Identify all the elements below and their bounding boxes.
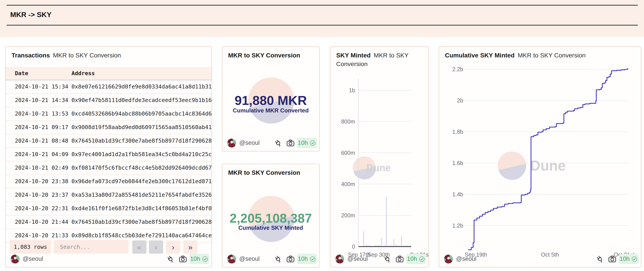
y-axis-tick: 1.4b — [452, 191, 463, 197]
cell-date: 2024-10-21 14:34 — [15, 97, 68, 103]
dashboard: MKR -> SKY TransactionsMKR to SKY Conver… — [0, 0, 644, 271]
cell-address: 0x9008d19f58aabd9ed0d60971565aa8510560ab… — [72, 124, 212, 130]
table-row[interactable]: 2024-10-20 21:440x764510ab1d39cf300e7abe… — [6, 216, 212, 229]
verified-check-icon — [631, 256, 638, 262]
avatar[interactable] — [335, 255, 344, 264]
plug-icon[interactable] — [274, 139, 282, 147]
y-axis-tick: 2b — [457, 97, 463, 104]
table-body: 2024-10-21 15:340x8e07e61216629d0fe9e8d0… — [6, 80, 212, 243]
author-handle[interactable]: @seoul — [456, 256, 476, 262]
author-handle[interactable]: @seoul — [347, 256, 368, 262]
author-handle[interactable]: @seoul — [239, 256, 260, 262]
column-header-date[interactable]: Date — [15, 70, 28, 76]
column-header-address[interactable]: Address — [72, 70, 95, 76]
table-row[interactable]: 2024-10-21 09:170x9008d19f58aabd9ed0d609… — [6, 121, 212, 134]
refresh-badge[interactable]: 10h — [619, 254, 639, 264]
bar-chart[interactable]: 1b800m600m400m200m0DuneSep 17thSep 30thO… — [330, 47, 429, 268]
bar[interactable] — [364, 231, 364, 247]
y-axis-tick: 1b — [349, 87, 355, 93]
panel-transactions: TransactionsMKR to SKY Conversion Date A… — [5, 46, 212, 268]
panel-title-main: Transactions — [12, 52, 50, 59]
bar[interactable] — [382, 238, 382, 247]
plug-icon[interactable] — [596, 255, 604, 263]
pagination-prev-button[interactable]: ‹ — [149, 240, 163, 254]
counter-label: Cumulative MKR Converted — [222, 107, 319, 114]
table-row[interactable]: 2024-10-21 02:490xf081470f5c6fbccf48cc4e… — [6, 161, 212, 175]
author-handle[interactable]: @seoul — [23, 256, 43, 262]
bar[interactable] — [386, 197, 387, 247]
dune-watermark-text: Dune — [530, 158, 566, 174]
search-input[interactable] — [54, 240, 129, 254]
refresh-age: 10h — [298, 139, 308, 146]
panel-title-main: MKR to SKY Conversion — [228, 169, 300, 176]
table-row[interactable]: 2024-10-20 23:370xa53a13a80d72a855481de5… — [6, 189, 212, 202]
cell-date: 2024-10-21 15:34 — [15, 83, 68, 90]
y-axis-tick: 1.6b — [452, 160, 463, 166]
refresh-badge[interactable]: 10h — [189, 254, 209, 264]
header-divider-top — [7, 5, 638, 5]
avatar[interactable] — [444, 255, 453, 264]
cell-date: 2024-10-21 09:17 — [15, 124, 68, 130]
table-row[interactable]: 2024-10-21 15:340x8e07e61216629d0fe9e8d0… — [6, 80, 212, 94]
y-axis-tick: 2.2b — [452, 66, 463, 72]
refresh-badge[interactable]: 10h — [297, 138, 317, 148]
dune-watermark-text: Dune — [366, 162, 391, 173]
plug-icon[interactable] — [166, 255, 175, 263]
cell-address: 0xa53a13a80d72a855481de5211e7654fabdfe35… — [72, 192, 212, 198]
pagination-last-button[interactable]: » — [183, 240, 198, 254]
cell-address: 0x89d8cb1f8548cc5b03defe7291140aca647464… — [72, 232, 212, 239]
y-axis-tick: 1.2b — [452, 223, 463, 229]
y-axis-tick: 1.8b — [452, 129, 463, 135]
verified-check-icon — [418, 256, 425, 262]
cell-date: 2024-10-20 23:37 — [15, 192, 68, 198]
refresh-badge[interactable]: 10h — [406, 254, 426, 264]
cell-date: 2024-10-20 21:44 — [15, 219, 68, 225]
header-divider-bottom — [7, 25, 638, 25]
refresh-age: 10h — [407, 256, 417, 262]
refresh-badge[interactable]: 10h — [297, 254, 317, 264]
table-row[interactable]: 2024-10-21 14:340x90ef47b58111d0edfde3ec… — [6, 94, 212, 107]
avatar[interactable] — [227, 139, 236, 147]
pagination-first-button[interactable]: « — [132, 240, 146, 254]
refresh-age: 10h — [620, 256, 630, 262]
cell-date: 2024-10-20 21:33 — [15, 232, 68, 239]
refresh-age: 10h — [298, 256, 308, 262]
cell-address: 0x97ec4001ad1d2a1fbb581ea34c5c0bd4a210c2… — [72, 151, 212, 157]
bar[interactable] — [401, 236, 402, 247]
avatar[interactable] — [11, 255, 20, 264]
cell-address: 0x96defa073cd97eb0844fe2eb300c17612d1ed8… — [72, 178, 212, 185]
cell-address: 0x90ef47b58111d0edfde3ecadceedf53eec9b1b… — [72, 97, 212, 103]
plug-icon[interactable] — [383, 255, 392, 263]
table-row[interactable]: 2024-10-21 13:530xcd40532686b94abc88b06b… — [6, 107, 212, 121]
camera-icon[interactable] — [396, 255, 404, 263]
refresh-age: 10h — [190, 256, 200, 262]
counter-label: Cumulative SKY Minted — [222, 225, 319, 231]
counter-value: 91,880 MKR — [222, 93, 319, 108]
cell-address: 0xcd40532686b94abc88b06b9705aacbc14c8364… — [72, 110, 212, 117]
line-chart[interactable]: 2.2b2b1.8b1.6b1.4b1.2bDuneSep 19thOct 5t… — [439, 47, 641, 268]
cell-address: 0x764510ab1d39cf300e7abe8f5b8977d18f2906… — [72, 137, 212, 144]
table-header: Date Address — [6, 67, 212, 80]
verified-check-icon — [309, 140, 316, 146]
row-count-badge: 1,083 rows — [10, 240, 51, 254]
y-axis-tick: 800m — [341, 118, 355, 125]
panel-cumulative-chart: Cumulative SKY MintedMKR to SKY Conversi… — [439, 46, 641, 268]
avatar[interactable] — [227, 255, 236, 264]
author-handle[interactable]: @seoul — [239, 139, 260, 146]
plug-icon[interactable] — [274, 255, 282, 263]
panel-title: TransactionsMKR to SKY Conversion — [12, 51, 121, 60]
table-row[interactable]: 2024-10-20 22:310xd4e161f0f1e6872fb1e3d8… — [6, 202, 212, 216]
bar[interactable] — [394, 239, 394, 247]
panel-title-main: MKR to SKY Conversion — [228, 52, 300, 59]
camera-icon[interactable] — [608, 255, 616, 263]
table-row[interactable]: 2024-10-21 08:480x764510ab1d39cf300e7abe… — [6, 134, 212, 148]
table-row[interactable]: 2024-10-21 04:090x97ec4001ad1d2a1fbb581e… — [6, 148, 212, 161]
camera-icon[interactable] — [179, 255, 187, 263]
cell-date: 2024-10-20 23:38 — [15, 178, 68, 185]
camera-icon[interactable] — [286, 139, 295, 147]
camera-icon[interactable] — [286, 255, 295, 263]
pagination-next-button[interactable]: › — [166, 240, 180, 254]
cell-address: 0x8e07e61216629d0fe9e8d0334da6ac41a8d11b… — [72, 83, 212, 90]
counter-value: 2,205,108,387 — [222, 211, 319, 226]
table-row[interactable]: 2024-10-20 23:380x96defa073cd97eb0844fe2… — [6, 175, 212, 189]
